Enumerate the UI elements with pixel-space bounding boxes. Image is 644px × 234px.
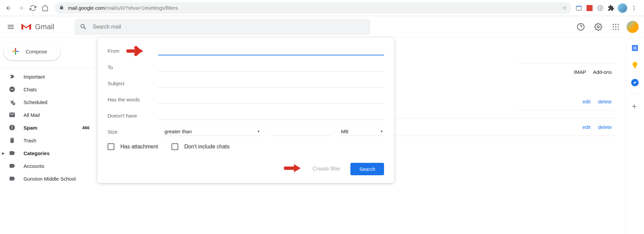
url-path: /mail/u/0/?shva=1#settings/filters (105, 5, 178, 11)
filter-haswords-input[interactable] (158, 95, 384, 104)
svg-point-15 (615, 29, 616, 30)
settings-icon[interactable] (592, 20, 605, 34)
categories-icon (9, 150, 16, 156)
main-menu-button[interactable] (3, 19, 19, 35)
sidebar-item-label: All Mail (24, 112, 40, 118)
sidebar-item-all-mail[interactable]: All Mail (0, 108, 98, 121)
important-icon (9, 73, 16, 80)
svg-point-18 (10, 89, 11, 90)
label-icon (9, 175, 16, 182)
sidebar-item-categories[interactable]: ▶Categories (0, 147, 98, 159)
sidebar-item-scheduled[interactable]: Scheduled (0, 96, 98, 108)
help-icon[interactable] (574, 20, 588, 34)
gmail-logo[interactable]: Gmail (20, 22, 54, 32)
search-input[interactable] (92, 24, 365, 30)
checkbox-icon (108, 143, 114, 150)
svg-point-16 (618, 29, 619, 30)
search-icon (80, 23, 87, 31)
svg-point-3 (634, 6, 635, 7)
sidebar-item-label: Gunston Middle School (24, 176, 76, 182)
reload-button[interactable] (27, 2, 39, 14)
tab-imap[interactable]: IMAP (574, 69, 586, 75)
filter-size-value-input[interactable] (270, 127, 331, 136)
keep-icon[interactable] (631, 61, 639, 69)
home-button[interactable] (39, 2, 51, 14)
filter-size-label: Size (108, 129, 154, 135)
filter-doesnthave-input[interactable] (158, 111, 384, 120)
filter-dropdown-panel: From To Subject Has the words Doesn't ha… (98, 38, 394, 183)
lock-icon (59, 5, 64, 11)
filter-subject-input[interactable] (158, 79, 384, 88)
filter-doesnthave-label: Doesn't have (108, 113, 158, 119)
svg-point-24 (12, 129, 12, 129)
expand-arrow-icon: ▶ (2, 151, 5, 155)
extension-icon-3[interactable] (596, 4, 604, 12)
search-bar[interactable] (74, 19, 370, 35)
sidebar-item-accounts[interactable]: Accounts (0, 159, 98, 172)
filter-from-input[interactable] (158, 46, 384, 55)
star-icon[interactable]: ☆ (562, 5, 567, 11)
browser-avatar[interactable] (618, 3, 627, 13)
label-icon (9, 162, 16, 169)
hr-line (518, 110, 615, 110)
svg-rect-1 (576, 6, 581, 7)
account-avatar[interactable] (627, 21, 639, 33)
gmail-m-icon (20, 22, 32, 32)
sidebar-item-label: Spam (24, 125, 37, 131)
filter-edit-link[interactable]: edit (582, 124, 591, 130)
sidebar-item-important[interactable]: Important (0, 70, 98, 83)
filter-delete-link[interactable]: delete (598, 99, 612, 104)
create-filter-button[interactable]: Create filter (313, 166, 341, 172)
back-button[interactable] (3, 2, 15, 14)
sidebar-item-chats[interactable]: Chats (0, 83, 98, 96)
filter-subject-label: Subject (108, 81, 158, 86)
filter-edit-link[interactable]: edit (582, 99, 591, 104)
compose-label: Compose (26, 49, 47, 54)
extensions-puzzle-icon[interactable] (607, 4, 615, 12)
get-addons-icon[interactable] (631, 103, 639, 111)
browser-menu-icon[interactable] (630, 4, 638, 12)
svg-point-7 (597, 26, 599, 28)
gmail-logo-text: Gmail (35, 22, 54, 31)
allmail-icon (9, 111, 16, 118)
tasks-icon[interactable] (631, 79, 639, 87)
content-area: IMAP Add-ons edit delete edit delete Fro… (98, 38, 625, 234)
sidebar-item-gunston-middle-school[interactable]: Gunston Middle School (0, 172, 98, 185)
filter-size-op-select[interactable]: greater than ▼ (164, 127, 261, 136)
filter-row-actions: edit delete (582, 99, 612, 104)
tab-addons[interactable]: Add-ons (593, 69, 612, 75)
dont-include-chats-checkbox[interactable]: Don't include chats (172, 143, 230, 150)
url-bar[interactable]: mail.google.com/mail/u/0/?shva=1#setting… (54, 2, 571, 14)
forward-button[interactable] (15, 2, 27, 14)
svg-point-13 (618, 26, 619, 28)
hr-line (518, 63, 615, 63)
svg-point-12 (615, 26, 616, 28)
has-attachment-checkbox[interactable]: Has attachment (108, 143, 158, 150)
filter-to-label: To (108, 64, 158, 70)
dropdown-arrow-icon: ▼ (380, 130, 383, 133)
svg-point-8 (613, 24, 614, 25)
scheduled-icon (9, 99, 16, 105)
calendar-icon[interactable]: 31 (631, 44, 639, 52)
extension-icon-1[interactable] (575, 4, 583, 12)
filter-to-input[interactable] (158, 63, 384, 72)
url-domain: mail.google.com (68, 5, 105, 11)
search-button[interactable]: Search (350, 163, 384, 175)
filter-delete-link[interactable]: delete (598, 124, 612, 130)
extension-icon-2[interactable] (585, 4, 594, 12)
sidebar-item-label: Categories (24, 150, 50, 156)
svg-point-19 (12, 89, 13, 90)
filter-haswords-label: Has the words (108, 97, 158, 102)
compose-button[interactable]: Compose (3, 42, 61, 60)
apps-icon[interactable] (609, 20, 622, 34)
sidebar-item-spam[interactable]: Spam466 (0, 121, 98, 134)
sidebar-item-label: Chats (24, 87, 37, 92)
sidebar-item-trash[interactable]: Trash (0, 134, 98, 147)
annotation-arrow-icon (284, 162, 303, 176)
filter-size-unit-select[interactable]: MB ▼ (340, 127, 384, 136)
svg-text:31: 31 (633, 46, 637, 50)
browser-toolbar: mail.google.com/mail/u/0/?shva=1#setting… (0, 0, 644, 16)
sidebar-item-count: 466 (82, 125, 93, 130)
svg-point-4 (634, 7, 635, 8)
chats-icon (9, 86, 16, 93)
